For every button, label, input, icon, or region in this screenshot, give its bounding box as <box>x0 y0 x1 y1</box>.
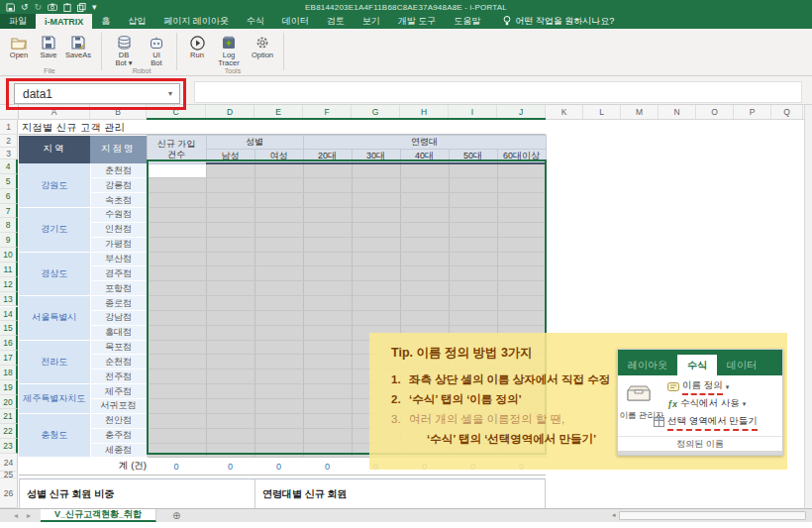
grid-cell[interactable] <box>254 325 303 340</box>
grid-cell[interactable] <box>254 208 303 223</box>
grid-cell[interactable] <box>254 428 303 443</box>
branch-cell[interactable]: 포항점 <box>90 281 147 296</box>
row-header-23[interactable]: 23 <box>0 439 18 454</box>
branch-cell[interactable]: 가평점 <box>90 237 147 252</box>
branch-cell[interactable]: 충주점 <box>90 428 147 443</box>
grid-cell[interactable] <box>147 399 206 414</box>
tab-insert[interactable]: 삽입 <box>119 14 154 29</box>
hscroll-left-icon[interactable]: ◂ <box>612 511 619 519</box>
grid-cell[interactable] <box>497 296 546 311</box>
column-header-L[interactable]: L <box>583 105 621 119</box>
column-header-G[interactable]: G <box>352 105 400 119</box>
column-header-K[interactable]: K <box>546 105 583 119</box>
row-header-11[interactable]: 11 <box>0 263 18 277</box>
grid-cell[interactable] <box>303 252 352 266</box>
grid-cell[interactable] <box>206 310 254 325</box>
grid-cell[interactable] <box>400 237 449 252</box>
grid-cell[interactable] <box>254 296 303 311</box>
grid-cell[interactable] <box>303 384 352 399</box>
grid-cell[interactable] <box>147 340 206 355</box>
grid-cell[interactable] <box>303 443 352 458</box>
grid-cell[interactable] <box>206 428 254 443</box>
grid-cell[interactable] <box>303 399 352 414</box>
grid-cell[interactable] <box>147 296 206 311</box>
total-value-1[interactable]: 0 <box>206 458 254 475</box>
grid-cell[interactable] <box>497 237 546 252</box>
grid-cell[interactable] <box>147 222 206 237</box>
branch-cell[interactable]: 부산점 <box>90 252 147 266</box>
column-header-H[interactable]: H <box>400 105 449 119</box>
grid-cell[interactable] <box>352 163 400 178</box>
row-header-13[interactable]: 13 <box>0 292 18 307</box>
grid-cell[interactable] <box>449 281 497 296</box>
grid-cell[interactable] <box>147 384 206 399</box>
grid-cell[interactable] <box>400 296 449 311</box>
grid-cell[interactable] <box>206 193 254 208</box>
tell-me-search[interactable]: 어떤 작업을 원하시나요? <box>489 14 614 29</box>
sheet-next-icon[interactable]: ▸ <box>27 511 31 520</box>
grid-cell[interactable] <box>449 310 497 325</box>
column-header-Q[interactable]: Q <box>771 105 803 119</box>
name-box[interactable]: data1 ▾ <box>14 83 180 104</box>
grid-cell[interactable] <box>303 370 352 384</box>
branch-cell[interactable]: 목포점 <box>90 340 147 355</box>
row-header-20[interactable]: 20 <box>0 395 18 410</box>
grid-cell[interactable] <box>497 310 546 325</box>
grid-cell[interactable] <box>147 310 206 325</box>
grid-cell[interactable] <box>254 266 303 281</box>
row-header-10[interactable]: 10 <box>0 248 18 263</box>
branch-cell[interactable]: 전주점 <box>90 370 147 384</box>
grid-cell[interactable] <box>497 193 546 208</box>
grid-cell[interactable] <box>303 340 352 355</box>
grid-cell[interactable] <box>254 310 303 325</box>
branch-cell[interactable]: 경주점 <box>90 266 147 281</box>
grid-cell[interactable] <box>254 384 303 399</box>
column-header-P[interactable]: P <box>734 105 771 119</box>
grid-cell[interactable] <box>303 413 352 428</box>
grid-cell[interactable] <box>206 399 254 414</box>
grid-cell[interactable] <box>206 163 254 178</box>
row-header-26[interactable]: 26 <box>0 478 18 508</box>
row-header-16[interactable]: 16 <box>0 336 18 351</box>
name-box-caret-icon[interactable]: ▾ <box>168 89 179 98</box>
tab-view[interactable]: 보기 <box>354 14 389 29</box>
grid-cell[interactable] <box>497 281 546 296</box>
region-cell[interactable]: 제주특별자치도 <box>19 384 90 414</box>
grid-cell[interactable] <box>400 208 449 223</box>
grid-cell[interactable] <box>147 428 206 443</box>
grid-cell[interactable] <box>303 281 352 296</box>
vertical-scrollbar[interactable] <box>804 105 812 508</box>
grid-cell[interactable] <box>206 237 254 252</box>
grid-cell[interactable] <box>254 370 303 384</box>
grid-cell[interactable] <box>206 252 254 266</box>
grid-cell[interactable] <box>206 370 254 384</box>
header-sub-4[interactable]: 40대 <box>400 150 449 164</box>
branch-cell[interactable]: 종로점 <box>90 296 147 311</box>
grid-cell[interactable] <box>206 178 254 193</box>
tab-home[interactable]: 홈 <box>92 14 119 29</box>
sheet-tab-active[interactable]: V_신규고객현황_취합 <box>41 509 156 522</box>
grid-cell[interactable] <box>303 325 352 340</box>
grid-cell[interactable] <box>147 443 206 458</box>
grid-cell[interactable] <box>449 178 497 193</box>
section-gender-share[interactable]: 성별 신규 회원 비중 <box>19 478 254 508</box>
header-sub-3[interactable]: 30대 <box>352 150 400 164</box>
column-header-B[interactable]: B <box>90 105 147 119</box>
row-header-21[interactable]: 21 <box>0 409 18 424</box>
branch-cell[interactable]: 강남점 <box>90 310 147 325</box>
grid-cell[interactable] <box>206 266 254 281</box>
grid-cell[interactable] <box>352 252 400 266</box>
grid-cell[interactable] <box>254 443 303 458</box>
section-age-members[interactable]: 연령대별 신규 회원 <box>254 478 546 508</box>
grid-cell[interactable] <box>147 266 206 281</box>
branch-cell[interactable]: 인천점 <box>90 222 147 237</box>
grid-cell[interactable] <box>400 163 449 178</box>
row-header-22[interactable]: 22 <box>0 424 18 439</box>
grid-cell[interactable] <box>147 370 206 384</box>
row-header-8[interactable]: 8 <box>0 218 18 233</box>
header-region[interactable]: 지역 <box>19 136 90 164</box>
grid-cell[interactable] <box>206 296 254 311</box>
grid-cell[interactable] <box>254 413 303 428</box>
branch-cell[interactable]: 수원점 <box>90 208 147 223</box>
column-header-O[interactable]: O <box>696 105 734 119</box>
